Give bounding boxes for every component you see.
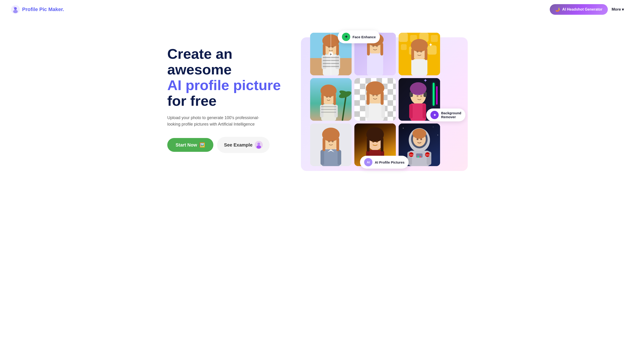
svg-point-132 [332, 140, 334, 142]
upload-icon: 🖼️ [199, 142, 205, 148]
svg-point-48 [416, 51, 418, 52]
example-avatar [255, 141, 263, 149]
svg-rect-76 [354, 89, 360, 95]
svg-point-143 [376, 140, 378, 142]
svg-rect-126 [338, 150, 341, 165]
hero-right: ▶ [301, 28, 468, 171]
svg-point-22 [332, 46, 334, 48]
ai-profile-label: AI Profile Pictures [375, 160, 404, 164]
svg-rect-155 [416, 154, 422, 158]
ai-profile-badge: AI AI Profile Pictures [360, 156, 408, 169]
image-grid: ▶ [306, 28, 468, 171]
svg-rect-87 [388, 100, 393, 106]
svg-rect-30 [367, 43, 370, 56]
face-enhance-label: Face Enhance [352, 35, 376, 39]
svg-rect-125 [320, 150, 324, 165]
svg-point-121 [420, 95, 422, 97]
svg-point-66 [330, 96, 331, 98]
svg-point-2 [13, 10, 18, 13]
svg-point-3 [14, 7, 15, 8]
more-button[interactable]: More ▾ [612, 7, 624, 12]
svg-point-145 [403, 128, 404, 128]
svg-rect-88 [360, 106, 366, 111]
svg-rect-31 [380, 43, 383, 56]
svg-rect-102 [365, 104, 369, 118]
svg-point-119 [410, 82, 426, 95]
svg-rect-60 [321, 109, 336, 110]
hero-buttons: Start Now 🖼️ See Example [167, 137, 287, 153]
svg-point-148 [438, 135, 438, 136]
grid-cell-5 [354, 78, 396, 121]
svg-rect-35 [398, 33, 408, 42]
svg-rect-80 [360, 95, 366, 100]
chevron-down-icon: ▾ [622, 7, 624, 12]
svg-point-65 [326, 96, 328, 98]
svg-point-142 [372, 140, 374, 142]
svg-rect-68 [354, 78, 360, 84]
hero-section: Create an awesome AI profile picture for… [156, 19, 479, 185]
more-label: More [612, 7, 621, 12]
ai-headshot-button[interactable]: 🤳 AI Headshot Generator [550, 4, 608, 15]
svg-rect-130 [336, 138, 339, 151]
bg-remover-badge: ✦ Background Remover [426, 108, 466, 122]
grid-cell-3: ✦ [398, 33, 440, 75]
hero-title: Create an awesome AI profile picture for… [167, 46, 287, 109]
svg-point-107 [372, 94, 374, 96]
svg-point-120 [416, 95, 418, 97]
navbar: Profile Pic Maker. 🤳 AI Headshot Generat… [0, 0, 635, 19]
ai-headshot-emoji: 🤳 [555, 7, 560, 12]
svg-rect-44 [411, 59, 428, 75]
svg-point-49 [420, 51, 422, 52]
svg-rect-141 [381, 138, 384, 152]
svg-text:✦: ✦ [428, 42, 433, 48]
svg-point-108 [376, 94, 378, 96]
start-now-button[interactable]: Start Now 🖼️ [167, 138, 213, 152]
start-now-label: Start Now [176, 142, 197, 148]
svg-point-21 [328, 46, 330, 48]
nav-right: 🤳 AI Headshot Generator More ▾ [550, 4, 624, 15]
svg-rect-91 [393, 106, 396, 111]
svg-point-131 [328, 140, 330, 142]
svg-rect-111 [433, 83, 434, 106]
svg-rect-19 [323, 44, 326, 55]
svg-rect-59 [321, 106, 336, 107]
svg-rect-129 [322, 138, 325, 151]
svg-rect-112 [436, 86, 438, 104]
svg-point-6 [256, 145, 261, 148]
svg-rect-46 [411, 48, 414, 60]
svg-rect-79 [388, 89, 393, 95]
svg-rect-71 [388, 78, 393, 84]
bg-remover-icon: ✦ [430, 111, 439, 119]
svg-rect-116 [422, 104, 426, 118]
svg-rect-63 [321, 94, 324, 105]
svg-point-165 [412, 128, 426, 139]
sparkle-decoration: ✦ [423, 78, 428, 84]
grid-cell-7 [310, 124, 352, 166]
svg-rect-84 [354, 100, 360, 106]
svg-rect-61 [321, 112, 336, 113]
bg-remover-label: Background Remover [441, 111, 461, 119]
svg-rect-106 [381, 92, 384, 105]
svg-point-33 [376, 45, 378, 47]
svg-rect-20 [336, 44, 339, 55]
logo[interactable]: Profile Pic Maker. [11, 5, 64, 14]
svg-text:NASA: NASA [410, 154, 414, 156]
svg-rect-83 [393, 95, 396, 100]
ai-profile-icon: AI [364, 158, 372, 166]
svg-rect-105 [366, 92, 370, 105]
see-example-button[interactable]: See Example [217, 137, 269, 153]
svg-rect-64 [334, 94, 336, 105]
svg-point-32 [372, 45, 374, 47]
svg-text:NASA: NASA [426, 154, 430, 156]
hero-subtitle: Upload your photo to generate 100's prof… [167, 114, 269, 128]
svg-rect-28 [367, 54, 383, 75]
svg-rect-140 [367, 138, 370, 152]
svg-point-156 [418, 156, 419, 158]
svg-rect-72 [360, 84, 366, 89]
grid-cell-4 [310, 78, 352, 121]
face-enhance-icon: ✦ [342, 33, 350, 41]
svg-rect-115 [409, 104, 413, 118]
svg-rect-38 [431, 35, 438, 42]
svg-rect-92 [354, 111, 360, 117]
svg-rect-95 [388, 111, 393, 117]
